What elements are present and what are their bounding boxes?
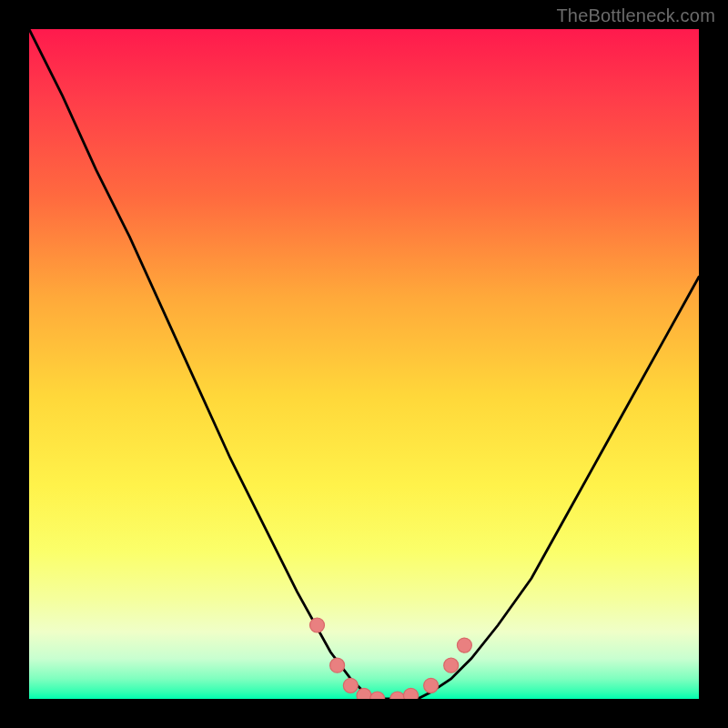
curve-marker — [357, 688, 371, 699]
chart-frame: TheBottleneck.com — [0, 0, 728, 728]
curve-marker — [370, 692, 385, 699]
curve-marker — [310, 618, 325, 632]
chart-svg — [29, 29, 699, 699]
curve-marker — [330, 658, 345, 672]
curve-markers — [310, 618, 472, 699]
curve-marker — [424, 678, 439, 693]
plot-area — [29, 29, 699, 699]
curve-marker — [404, 688, 419, 699]
bottleneck-curve — [29, 29, 699, 699]
curve-marker — [390, 692, 405, 699]
curve-marker — [343, 678, 358, 693]
curve-marker — [444, 658, 459, 672]
watermark-text: TheBottleneck.com — [556, 5, 715, 26]
curve-marker — [457, 638, 471, 652]
